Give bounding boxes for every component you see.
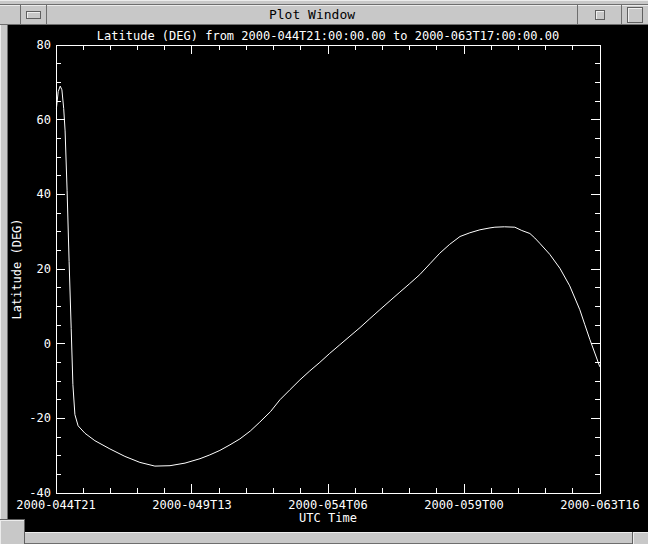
window-menu-button[interactable] xyxy=(21,5,47,25)
y-tick-label: 40 xyxy=(37,187,51,201)
titlebar-title-area[interactable]: Plot Window xyxy=(47,5,577,25)
y-tick-label: 60 xyxy=(37,113,51,127)
window-title: Plot Window xyxy=(47,5,577,25)
chart-layer: 2000-044T212000-049T132000-054T062000-05… xyxy=(16,38,639,512)
plot-window: Plot Window Latitude (DEG) from 2000-044… xyxy=(0,0,648,544)
y-tick-label: 20 xyxy=(37,262,51,276)
minimize-icon xyxy=(595,10,605,20)
resize-corner-bottom-right[interactable] xyxy=(632,532,648,544)
plot-title: Latitude (DEG) from 2000-044T21:00:00.00… xyxy=(97,29,559,43)
maximize-icon xyxy=(627,7,643,23)
titlebar-left-corner[interactable] xyxy=(0,5,21,25)
x-tick-label: 2000-054T06 xyxy=(288,498,367,512)
x-tick-label: 2000-059T00 xyxy=(424,498,503,512)
x-tick-label: 2000-044T21 xyxy=(16,498,95,512)
window-frame-bottom[interactable] xyxy=(0,532,648,544)
resize-corner-bottom-left[interactable] xyxy=(0,519,25,544)
y-tick-label: 80 xyxy=(37,38,51,52)
y-tick-label: -40 xyxy=(29,486,51,500)
maximize-button[interactable] xyxy=(621,5,648,25)
x-axis-label: UTC Time xyxy=(299,511,357,525)
y-tick-label: -20 xyxy=(29,411,51,425)
x-tick-label: 2000-049T13 xyxy=(152,498,231,512)
x-tick-label: 2000-063T16 xyxy=(560,498,639,512)
plot-canvas: Latitude (DEG) from 2000-044T21:00:00.00… xyxy=(8,25,648,532)
window-menu-icon xyxy=(26,11,41,19)
y-axis-label: Latitude (DEG) xyxy=(10,218,24,319)
y-tick-label: 0 xyxy=(44,337,51,351)
plot-svg: Latitude (DEG) from 2000-044T21:00:00.00… xyxy=(8,25,648,532)
window-frame-left[interactable] xyxy=(0,25,8,532)
series-latitude xyxy=(56,86,599,466)
minimize-button[interactable] xyxy=(577,5,621,25)
titlebar[interactable]: Plot Window xyxy=(0,5,648,25)
